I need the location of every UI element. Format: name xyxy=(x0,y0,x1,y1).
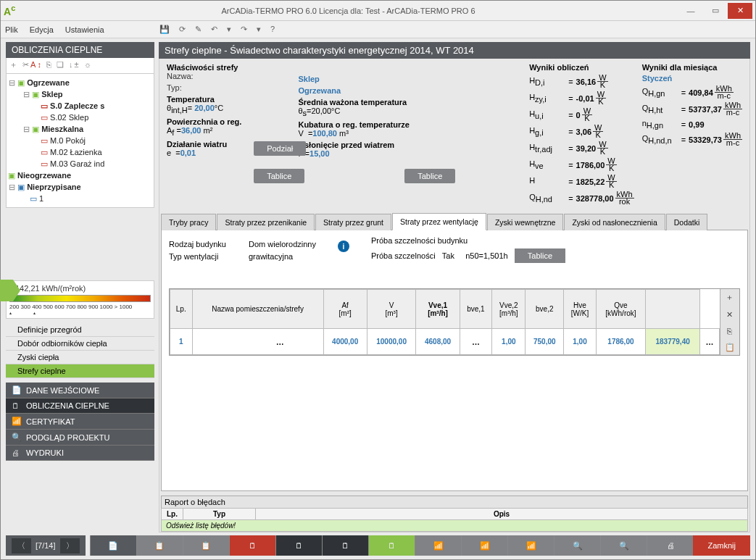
th-9[interactable]: Qve[kWh/rok] xyxy=(596,290,645,329)
tree-s02[interactable]: S.02 Sklep xyxy=(50,113,88,122)
add-row-icon[interactable]: ＋ xyxy=(726,292,734,303)
err-msg[interactable]: Odśwież listę błędów! xyxy=(162,520,748,532)
info-icon[interactable]: i xyxy=(338,241,349,252)
name-value[interactable]: Sklep xyxy=(298,75,319,83)
tool-4[interactable]: 🗒 xyxy=(229,535,275,556)
row-hve[interactable]: 1786,00 xyxy=(596,329,645,355)
tree-sklep[interactable]: Sklep xyxy=(41,90,62,99)
copy-icon[interactable]: ❏ xyxy=(57,60,65,69)
row-more[interactable]: … xyxy=(700,329,720,355)
tablice-f-button[interactable]: Tablice xyxy=(404,169,455,183)
row-af[interactable]: 4000,00 xyxy=(323,329,367,355)
tree-nieogrzewane[interactable]: Nieogrzewane xyxy=(17,171,71,180)
subnav-zyski[interactable]: Zyski ciepła xyxy=(6,351,154,364)
tree-ogrzewane[interactable]: Ogrzewane xyxy=(27,78,70,87)
tab-6[interactable]: Dodatki xyxy=(666,214,708,230)
tab-2[interactable]: Straty przez grunt xyxy=(315,214,391,230)
tab-3[interactable]: Straty przez wentylację xyxy=(392,213,486,230)
tree-one[interactable]: 1 xyxy=(39,194,43,203)
th-6[interactable]: Vve,2[m³/h] xyxy=(492,290,526,329)
redo-icon[interactable]: ↷ xyxy=(241,25,247,33)
th-2[interactable]: Af[m²] xyxy=(323,290,367,329)
close-footer-button[interactable]: Zamknij xyxy=(693,535,750,556)
sort-icon[interactable]: ↓± xyxy=(69,60,80,69)
nav-wydruki[interactable]: 🖨WYDRUKI xyxy=(6,446,154,461)
tree[interactable]: ⊟ ▣ Ogrzewane ⊟ ▣ Sklep ▭ S.0 Zaplecze s… xyxy=(6,74,154,208)
undo-icon[interactable]: ↶ xyxy=(211,25,217,33)
export-icon[interactable]: ✎ xyxy=(195,25,202,33)
add-icon[interactable]: ＋ xyxy=(9,60,19,69)
tree-m03[interactable]: M.03 Garaż ind xyxy=(50,159,104,168)
th-1[interactable]: Nazwa pomieszczenia/strefy xyxy=(192,290,323,329)
marker-icon[interactable]: A↕ xyxy=(30,60,43,69)
subnav-definicje[interactable]: Definicje przegród xyxy=(6,323,154,337)
help-icon[interactable]: ? xyxy=(270,25,275,33)
subnav-strefy[interactable]: Strefy cieplne xyxy=(6,364,154,378)
nav-dane[interactable]: 📄DANE WEJŚCIOWE xyxy=(6,383,154,398)
month-value[interactable]: Styczeń xyxy=(642,74,742,83)
minimize-button[interactable]: ― xyxy=(678,3,703,19)
th-4[interactable]: Vve,1[m³/h] xyxy=(416,290,460,329)
tab-4[interactable]: Zyski wewnętrzne xyxy=(487,214,563,230)
tool-10[interactable]: 📶 xyxy=(507,535,554,556)
tool-11[interactable]: 🔍 xyxy=(554,535,600,556)
row-vve1[interactable]: 4608,00 xyxy=(416,329,460,355)
tree-zaplecze[interactable]: S.0 Zaplecze s xyxy=(50,101,104,110)
menu-file[interactable]: Plik xyxy=(5,25,18,34)
import-icon[interactable]: ☼ xyxy=(84,60,93,69)
row-qve[interactable]: 183779,40 xyxy=(646,329,700,355)
row-vve2[interactable]: 750,00 xyxy=(526,329,564,355)
wind-value[interactable]: 0,01 xyxy=(180,149,196,157)
tree-m0[interactable]: M.0 Pokój xyxy=(50,136,86,145)
delete-row-icon[interactable]: ✕ xyxy=(726,310,733,319)
cut-icon[interactable]: ✂ xyxy=(22,60,30,69)
tree-nieprzypisane[interactable]: Nieprzypisane xyxy=(27,183,81,191)
podzial-button[interactable]: Podział xyxy=(254,141,306,156)
menu-edit[interactable]: Edycja xyxy=(30,25,54,34)
copy-row-icon[interactable]: ⎘ xyxy=(727,327,732,335)
subnav-dobor[interactable]: Dobór odbiorników ciepła xyxy=(6,337,154,351)
row-bve2[interactable]: 1,00 xyxy=(564,329,597,355)
paste-row-icon[interactable]: 📋 xyxy=(725,343,735,352)
tab-5[interactable]: Zyski od nasłonecznienia xyxy=(564,214,665,230)
row-name[interactable]: … xyxy=(192,329,323,355)
nav-podglad[interactable]: 🔍PODGLĄD PROJEKTU xyxy=(6,430,154,446)
venttype-value[interactable]: grawitacyjna xyxy=(249,252,293,261)
tool-9[interactable]: 📶 xyxy=(461,535,507,556)
tool-1[interactable]: 📄 xyxy=(90,535,136,556)
airtight-value[interactable]: Tak xyxy=(442,251,454,260)
type-value[interactable]: Ogrzewana xyxy=(298,86,341,95)
row-v[interactable]: 10000,00 xyxy=(367,329,416,355)
maximize-button[interactable]: ▭ xyxy=(703,3,728,19)
tab-0[interactable]: Tryby pracy xyxy=(161,214,216,230)
row-bve1-more[interactable]: … xyxy=(460,329,492,355)
tool-8[interactable]: 📶 xyxy=(415,535,461,556)
sync-icon[interactable]: ⟳ xyxy=(179,25,186,33)
expand-arrow[interactable] xyxy=(0,280,13,301)
tablice-e-button[interactable]: Tablice xyxy=(254,169,304,183)
tablice-n50-button[interactable]: Tablice xyxy=(515,248,565,263)
th-8[interactable]: Hve[W/K] xyxy=(564,290,597,329)
shield-value[interactable]: 15,00 xyxy=(310,149,330,158)
menu-settings[interactable]: Ustawienia xyxy=(65,25,104,34)
tool-2[interactable]: 📋 xyxy=(136,535,183,556)
tool-3[interactable]: 📋 xyxy=(183,535,229,556)
dropdown-icon[interactable]: ▾ xyxy=(227,25,231,33)
row-lp[interactable]: 1 xyxy=(170,329,193,355)
row-bve1[interactable]: 1,00 xyxy=(492,329,526,355)
th-3[interactable]: V[m³] xyxy=(367,290,416,329)
th-7[interactable]: bve,2 xyxy=(526,290,564,329)
buildtype-value[interactable]: Dom wielorodzinny xyxy=(249,240,316,248)
save-icon[interactable]: 💾 xyxy=(159,25,170,33)
n50-value[interactable]: 1,50 xyxy=(483,251,499,260)
doc-icon[interactable]: ⎘ xyxy=(46,60,53,69)
nav-obliczenia[interactable]: 🗒OBLICZENIA CIEPLNE xyxy=(6,398,154,414)
tool-6[interactable]: 🗒 xyxy=(322,535,368,556)
th-0[interactable]: Lp. xyxy=(170,290,193,329)
prev-page-button[interactable]: 〈 xyxy=(12,538,31,553)
next-page-button[interactable]: 〉 xyxy=(60,538,80,553)
tool-12[interactable]: 🔍 xyxy=(600,535,647,556)
tool-7[interactable]: 🗒 xyxy=(368,535,415,556)
tree-mieszkalna[interactable]: Mieszkalna xyxy=(41,125,83,133)
th-5[interactable]: bve,1 xyxy=(460,290,492,329)
